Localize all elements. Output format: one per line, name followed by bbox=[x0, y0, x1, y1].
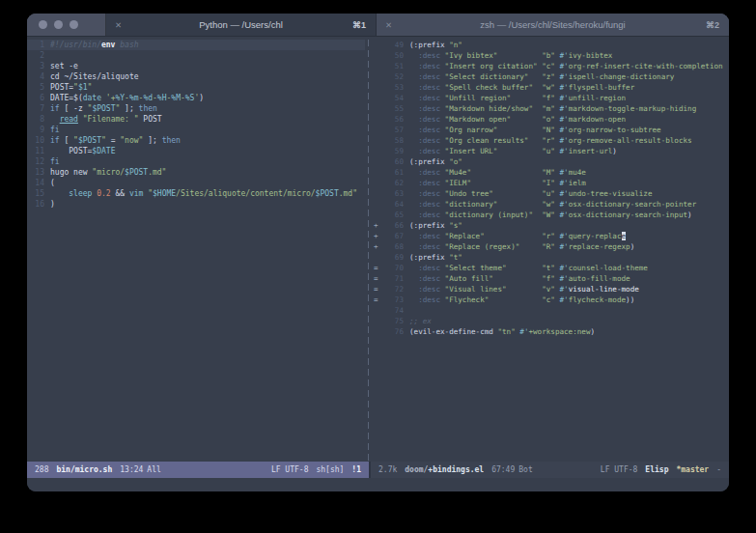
code-line: 61 :desc "Mu4e" "M" #'mu4e bbox=[371, 167, 729, 178]
code-line: =73 :desc "Flycheck" "c" #'flycheck-mode… bbox=[371, 295, 729, 305]
line-number: 71 bbox=[382, 273, 404, 284]
gutter-indicator bbox=[371, 146, 382, 156]
code-line: 4cd ~/Sites/aliquote bbox=[27, 71, 365, 82]
zoom-window-button[interactable] bbox=[70, 20, 78, 29]
code-line: 75;; ex bbox=[371, 316, 729, 326]
code-text: :desc "Undo tree" "u" #'undo-tree-visual… bbox=[409, 188, 729, 199]
code-text: if [ "$POST" = "now" ]; then bbox=[50, 135, 365, 146]
line-number: 15 bbox=[27, 188, 44, 199]
code-line: 54 :desc "Unfill region" "f" #'unfill-re… bbox=[371, 93, 729, 103]
code-line: 11 POST=$DATE bbox=[27, 146, 365, 156]
line-number: 1 bbox=[27, 40, 44, 50]
gutter-indicator bbox=[371, 135, 382, 146]
tab-shortcut: ⌘2 bbox=[706, 14, 719, 36]
minimize-window-button[interactable] bbox=[54, 20, 63, 29]
code-text: :desc "Insert URL" "u" #'insert-url) bbox=[409, 146, 729, 156]
line-number: 3 bbox=[27, 61, 44, 71]
code-text: ( bbox=[50, 178, 365, 188]
git-branch: *master bbox=[676, 465, 709, 474]
modeline-inactive: 2.7k doom/+bindings.el 67:49 Bot LF UTF-… bbox=[371, 462, 729, 478]
major-mode: Elisp bbox=[645, 465, 668, 474]
code-text: read "Filename: " POST bbox=[50, 114, 365, 125]
code-line: 59 :desc "Insert URL" "u" #'insert-url) bbox=[371, 146, 729, 156]
code-line: 7if [ -z "$POST" ]; then bbox=[27, 103, 365, 114]
code-text: :desc "Ivy bibtex" "b" #'ivy-bibtex bbox=[409, 50, 729, 61]
gutter-indicator bbox=[371, 61, 382, 71]
line-number: 60 bbox=[382, 156, 404, 167]
code-line: 52 :desc "Select dictionary" "z" #'ispel… bbox=[371, 71, 729, 82]
gutter-indicator bbox=[371, 103, 382, 114]
line-number: 68 bbox=[382, 241, 404, 252]
gutter-indicator: = bbox=[371, 263, 382, 273]
line-number: 58 bbox=[382, 135, 404, 146]
code-text: DATE=$(date '+%Y-%m-%d-%H-%M-%S') bbox=[50, 93, 365, 103]
code-line: 64 :desc "dictionary" "w" #'osx-dictiona… bbox=[371, 199, 729, 210]
line-number: 57 bbox=[382, 125, 404, 135]
close-window-button[interactable] bbox=[39, 20, 47, 29]
code-text: ) bbox=[50, 199, 365, 210]
line-number: 75 bbox=[382, 316, 404, 326]
code-text: fi bbox=[50, 125, 365, 135]
cursor-position: 13:24 bbox=[120, 465, 143, 474]
tab-close-icon[interactable]: ✕ bbox=[115, 14, 122, 36]
line-number: 56 bbox=[382, 114, 404, 125]
code-line: 49(:prefix "n" bbox=[371, 40, 729, 50]
gutter-indicator: = bbox=[371, 295, 382, 305]
code-line: 12fi bbox=[27, 156, 365, 167]
code-text: ;; ex bbox=[409, 316, 729, 326]
elisp-buffer[interactable]: 49(:prefix "n"50 :desc "Ivy bibtex" "b" … bbox=[371, 40, 729, 462]
code-text: :desc "Select theme" "t" #'counsel-load-… bbox=[409, 263, 729, 273]
gutter-indicator bbox=[371, 82, 382, 93]
line-number: 76 bbox=[382, 326, 404, 337]
gutter-indicator bbox=[371, 156, 382, 167]
code-text: :desc "Markdown open" "o" #'markdown-ope… bbox=[409, 114, 729, 125]
gutter-indicator: + bbox=[371, 231, 382, 241]
gutter-indicator bbox=[371, 252, 382, 263]
code-text: (evil-ex-define-cmd "tn" #'+workspace:ne… bbox=[409, 326, 729, 337]
text-cursor: e bbox=[622, 232, 627, 240]
code-line: 62 :desc "IELM" "I" #'ielm bbox=[371, 178, 729, 188]
line-number: 73 bbox=[382, 295, 404, 305]
code-text bbox=[50, 50, 365, 61]
file-name: +bindings.el bbox=[428, 465, 484, 474]
line-number: 53 bbox=[382, 82, 404, 93]
code-text: set -e bbox=[50, 61, 365, 71]
line-number: 4 bbox=[27, 71, 44, 82]
file-dir: doom/ bbox=[405, 465, 428, 474]
file-name: bin/micro.sh bbox=[56, 465, 112, 474]
code-text: hugo new "micro/$POST.md" bbox=[50, 167, 365, 178]
line-number: 13 bbox=[27, 167, 44, 178]
code-text: :desc "Insert org citation" "c" #'org-re… bbox=[409, 61, 729, 71]
code-text: cd ~/Sites/aliquote bbox=[50, 71, 365, 82]
gutter-indicator: = bbox=[371, 284, 382, 295]
line-number: 16 bbox=[27, 199, 44, 210]
gutter-indicator bbox=[371, 178, 382, 188]
code-line: 76(evil-ex-define-cmd "tn" #'+workspace:… bbox=[371, 326, 729, 337]
checker-flag: !1 bbox=[351, 465, 361, 474]
modeline-extra: - bbox=[716, 465, 721, 474]
cursor-position: 67:49 bbox=[491, 465, 515, 474]
tab-python[interactable]: ✕ Python — /Users/chl ⌘1 bbox=[106, 14, 377, 36]
code-line: 57 :desc "Org narrow" "N" #'org-narrow-t… bbox=[371, 125, 729, 135]
code-line: 1#!/usr/bin/env bash bbox=[27, 40, 365, 50]
major-mode: sh[sh] bbox=[316, 465, 344, 474]
echo-area bbox=[27, 478, 729, 491]
code-text: #!/usr/bin/env bash bbox=[50, 40, 365, 50]
emacs-frame: 1#!/usr/bin/env bash23set -e4cd ~/Sites/… bbox=[27, 37, 729, 462]
code-line: 51 :desc "Insert org citation" "c" #'org… bbox=[371, 61, 729, 71]
line-number: 50 bbox=[382, 50, 404, 61]
shell-script-buffer[interactable]: 1#!/usr/bin/env bash23set -e4cd ~/Sites/… bbox=[27, 40, 365, 462]
code-text: (:prefix "n" bbox=[409, 40, 729, 50]
line-number: 54 bbox=[382, 93, 404, 103]
tab-zsh[interactable]: ✕ zsh — /Users/chl/Sites/heroku/fungi ⌘2 bbox=[377, 14, 729, 36]
gutter-indicator bbox=[371, 114, 382, 125]
code-line: 16) bbox=[27, 199, 365, 210]
tab-close-icon[interactable]: ✕ bbox=[385, 14, 392, 36]
code-text: (:prefix "t" bbox=[409, 252, 729, 263]
code-text: :desc "Replace" "r" #'query-replace bbox=[409, 231, 729, 241]
desktop: { "colors":{ "background":"#373e4c","tab… bbox=[0, 0, 756, 533]
code-line: 2 bbox=[27, 50, 365, 61]
line-number: 64 bbox=[382, 199, 404, 210]
gutter-indicator bbox=[371, 71, 382, 82]
modeline-active: 288 bin/micro.sh 13:24 All LF UTF-8 sh[s… bbox=[27, 462, 371, 478]
